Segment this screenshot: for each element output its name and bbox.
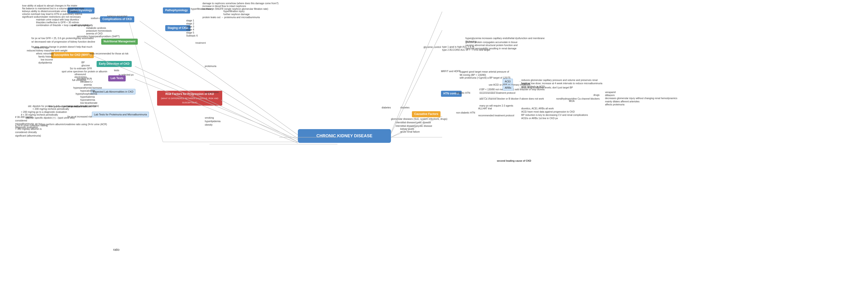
- caus-interstitial1: interstitial disease/cystic disease: [396, 121, 431, 124]
- caus-acute-renal: acute renal failure: [400, 130, 420, 134]
- glycemic-control-label: glycemic control: [424, 45, 441, 49]
- drug-decreases-injury: decreases glomerular injury without chan…: [605, 97, 677, 100]
- ed-bp: BP: [82, 61, 85, 64]
- susc-ethnic: ethnic minorities: [36, 52, 54, 55]
- recommended-protocol-diabetic: recommended treatment protocol: [479, 92, 516, 95]
- stage-4: stage 4: [186, 28, 194, 31]
- stage-1: stage 1: [186, 19, 194, 22]
- lab-elevated-cr: elevated Cr: [80, 80, 93, 84]
- balance-expanded: balance expanded: [107, 15, 127, 18]
- mind-map: CHRONIC KIDNEY DISEASE pathophysiology l…: [0, 0, 868, 298]
- susc-advanced-age: advanced age: [34, 46, 49, 49]
- risk-obesity: obesity: [205, 123, 213, 127]
- ed-scr: Scr to estimate GFR: [70, 67, 92, 70]
- lab-proteinuria: Lab Tests for Proteinuria and Microalbum…: [92, 112, 149, 117]
- connections-svg: [0, 0, 868, 298]
- risk-proteinuria: proteinuria: [205, 65, 216, 68]
- mrfit-hdfp: MRFIT and HDFP: [441, 70, 461, 73]
- lab-anemia: anemia: [84, 83, 92, 87]
- ed-glucose: glucose: [82, 64, 90, 67]
- lab-hypocalcemia: hypocalcemia: [80, 89, 95, 93]
- drug-affects-proteinuria: affects proteinuria: [605, 103, 624, 106]
- lab-low-bicarb: low bicarbonate: [80, 101, 97, 105]
- pathophysiology-right: Pathophysiology: [163, 7, 190, 13]
- non-diabetic-htn: non-diabetic HTN: [456, 111, 475, 114]
- early-detection: Early Detection of CKD: [97, 61, 132, 67]
- stage-3: stage 3: [186, 25, 194, 28]
- allhat-trial: ALLHAT trial: [478, 107, 492, 110]
- aceis-arbs-1st-line: ACEIs or ARBs 1st line in CKD px: [521, 117, 558, 120]
- expected-lab-abnormalities: Expected Lab Abnormalities in CKD: [91, 89, 135, 94]
- nutritional-management: Nutritional Management: [101, 39, 138, 45]
- risk-hypertension: hypertension: [205, 91, 219, 94]
- susc-reduced-kidney: reduced kidney mass/low birth weight: [27, 49, 67, 52]
- non-dihyd-ca: nondihydropyridine Ca channel blockers: [556, 97, 600, 100]
- protein-leaks: protein leaks out → proteinuria and micr…: [203, 16, 260, 19]
- recommended-non-diabetic: recommended treatment protocol: [478, 114, 514, 117]
- arbs-dose: dose drug to albumin levels; don't just …: [521, 86, 573, 89]
- nutr-low-gfr: for px w/ low GFR < 25, 0.6 gm protein/k…: [31, 36, 97, 43]
- drug-verapamil: verapamil: [605, 91, 616, 94]
- suggest-target: suggest good target mean arterial pressu…: [460, 70, 511, 76]
- risk-hyperlipidemia: hyperlipidemia: [205, 120, 221, 123]
- not-increased-risk: for px not at increased risk: [67, 105, 96, 108]
- perform-acr: then perform albumin/creatinine ratio us…: [41, 123, 107, 126]
- increased-risk: for px at increased risk: [67, 115, 92, 119]
- diabetic-htn: diabetic HTN: [456, 92, 470, 95]
- treatment-label: treatment: [195, 41, 206, 45]
- further-nephron: further nephron damage: [223, 13, 250, 16]
- diabetes-glucose-protein: glucose-protein conjugates accumulate in…: [465, 41, 518, 44]
- bp-reduction-cv: BP reduction is key to decreasing CV and…: [521, 113, 588, 117]
- second-leading: second leading cause of CKD: [497, 159, 531, 163]
- lab-hyperkalemia: hyperkalemia: [80, 95, 95, 99]
- svg-line-2: [128, 18, 163, 142]
- risk-smoking: smoking: [205, 116, 214, 120]
- susc-income: low income: [41, 58, 53, 61]
- lab-elevated-bun: elevated BUN: [77, 77, 92, 80]
- susc-dyslipidemia: dyslipidemia: [38, 61, 52, 64]
- lab-hyperphosphatemia: hyperphosphatemia: [75, 92, 97, 96]
- stage-2: stage 2: [186, 22, 194, 25]
- acei-begin: begin w/ low dose; increase at 4 week in…: [521, 82, 602, 85]
- type1-goal: type 1 goal is high A1C < 6 %: [442, 45, 474, 48]
- stage-5: stage 5: [186, 31, 194, 34]
- add-ca-blocker: add Ca channel blocker or B blocker if a…: [479, 97, 544, 100]
- susc-tests-recommended: tests recommended for those at risk: [90, 52, 128, 55]
- diuretics-acei-arbs: diuretics, ACEI, ARBs all work: [521, 107, 554, 110]
- subtopic-6: Subtopic 6: [186, 34, 198, 37]
- lab-hyperparathyroid: hyperparathyroid hormone: [73, 86, 102, 90]
- drug-diltiazem: diltiazem: [605, 94, 615, 97]
- hyperfiltration-injury: hyperfiltration injury: [223, 10, 245, 13]
- drug-mainly-dilates: mainly dilates afferent arterioles: [605, 100, 640, 103]
- ed-tests-label: tests: [114, 69, 119, 72]
- caus-diabetes: diabetes: [400, 106, 409, 109]
- diabetes-label: diabetes: [382, 106, 391, 109]
- center-node: CHRONIC KIDNEY DISEASE: [298, 129, 391, 143]
- susc-family: family history: [38, 55, 53, 58]
- susceptible-ckd: Susceptible for CKD (WHY?): [51, 52, 94, 58]
- caus-interstitial2: interstitial diseases/cystic disease: [396, 125, 432, 128]
- lab-hyponatremia: hyponatremia: [80, 98, 95, 102]
- drugs-label: drugs: [593, 94, 599, 97]
- causative-factors: Causative Factors: [412, 111, 440, 117]
- lab-tests: Lab Tests: [108, 75, 126, 81]
- arbs-box: ARBs: [503, 85, 514, 91]
- type2-accord: type 2 ACCORD A1C of 7 - 7.5 is new targ…: [442, 48, 490, 52]
- acei-most-data: ACEi have most data against progression …: [521, 110, 575, 113]
- ratio-label: ratio: [113, 247, 119, 252]
- caus-glomerular: glomerular diseases (SLE, system infecti…: [391, 118, 447, 121]
